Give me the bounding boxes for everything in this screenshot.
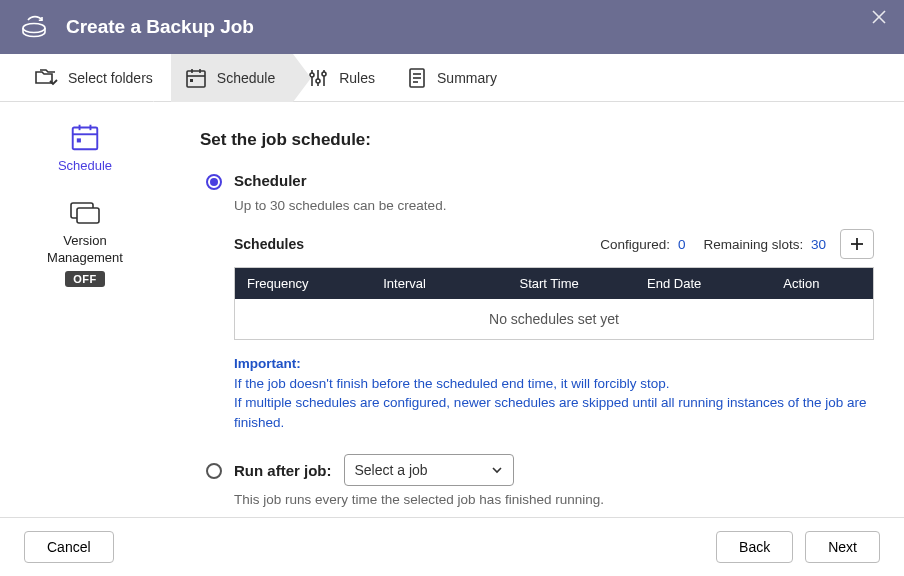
svg-rect-18 [73, 127, 98, 149]
backup-disk-icon [20, 13, 50, 42]
dialog-title: Create a Backup Job [66, 16, 254, 38]
option-run-after-job[interactable]: Run after job: Select a job [206, 454, 874, 486]
plus-icon [850, 237, 864, 251]
col-interval: Interval [371, 268, 507, 299]
sidebar-item-label: Version [63, 233, 106, 248]
cancel-button[interactable]: Cancel [24, 531, 114, 563]
schedules-label: Schedules [234, 236, 600, 252]
option-title: Run after job: [234, 462, 332, 479]
section-heading: Set the job schedule: [200, 130, 874, 150]
sidebar: Schedule Version Management OFF [0, 102, 170, 517]
step-label: Select folders [68, 70, 153, 86]
calendar-icon [185, 67, 207, 89]
important-line: If multiple schedules are configured, ne… [234, 393, 874, 432]
important-line: If the job doesn't finish before the sch… [234, 374, 874, 394]
schedules-table: Frequency Interval Start Time End Date A… [234, 267, 874, 340]
option-desc: Up to 30 schedules can be created. [234, 198, 874, 213]
back-button[interactable]: Back [716, 531, 793, 563]
col-frequency: Frequency [235, 268, 371, 299]
content-scroll[interactable]: Set the job schedule: Scheduler Up to 30… [170, 102, 904, 517]
radio-scheduler[interactable] [206, 174, 222, 190]
important-note: Important: If the job doesn't finish bef… [234, 354, 874, 432]
close-button[interactable] [872, 10, 886, 27]
add-schedule-button[interactable] [840, 229, 874, 259]
col-action: Action [771, 268, 873, 299]
titlebar: Create a Backup Job [0, 0, 904, 54]
sidebar-item-version-management[interactable]: Version Management OFF [20, 199, 150, 287]
dialog-body: Schedule Version Management OFF Set the … [0, 102, 904, 518]
chevron-down-icon [491, 464, 503, 476]
svg-rect-3 [187, 71, 205, 87]
schedules-stats: Configured: 0 Remaining slots: 30 [600, 237, 826, 252]
sidebar-item-label: Management [47, 250, 123, 265]
option-title: Scheduler [234, 172, 307, 189]
step-select-folders[interactable]: Select folders [20, 54, 171, 102]
col-start-time: Start Time [507, 268, 635, 299]
important-title: Important: [234, 354, 874, 374]
svg-point-11 [316, 79, 320, 83]
svg-rect-7 [190, 79, 193, 82]
option-scheduler[interactable]: Scheduler [206, 172, 874, 190]
dialog-footer: Cancel Back Next [0, 518, 904, 576]
radio-run-after-job[interactable] [206, 463, 222, 479]
status-badge-off: OFF [65, 271, 105, 287]
col-end-date: End Date [635, 268, 771, 299]
job-select[interactable]: Select a job [344, 454, 514, 486]
job-select-text: Select a job [355, 462, 428, 478]
remaining-value: 30 [811, 237, 826, 252]
option-desc: This job runs every time the selected jo… [234, 492, 874, 507]
document-icon [407, 67, 427, 89]
svg-point-0 [23, 23, 45, 32]
configured-label: Configured: [600, 237, 670, 252]
versions-icon [68, 199, 102, 227]
dialog-window: Create a Backup Job Select folders Sched… [0, 0, 904, 576]
content-pane: Set the job schedule: Scheduler Up to 30… [170, 102, 904, 517]
folders-icon [34, 67, 58, 89]
configured-value: 0 [678, 237, 686, 252]
wizard-stepbar: Select folders Schedule Rules [0, 54, 904, 102]
sidebar-item-label: Schedule [58, 158, 112, 173]
svg-point-13 [322, 72, 326, 76]
table-empty-text: No schedules set yet [235, 299, 873, 339]
step-label: Rules [339, 70, 375, 86]
remaining-label: Remaining slots: [703, 237, 803, 252]
svg-rect-24 [77, 208, 99, 223]
sidebar-item-schedule[interactable]: Schedule [20, 122, 150, 173]
schedules-header: Schedules Configured: 0 Remaining slots:… [234, 229, 874, 259]
svg-rect-22 [77, 138, 81, 142]
step-label: Summary [437, 70, 497, 86]
calendar-icon [69, 122, 101, 152]
step-label: Schedule [217, 70, 275, 86]
step-schedule[interactable]: Schedule [171, 54, 293, 102]
table-header: Frequency Interval Start Time End Date A… [235, 268, 873, 299]
next-button[interactable]: Next [805, 531, 880, 563]
step-summary[interactable]: Summary [393, 54, 515, 102]
